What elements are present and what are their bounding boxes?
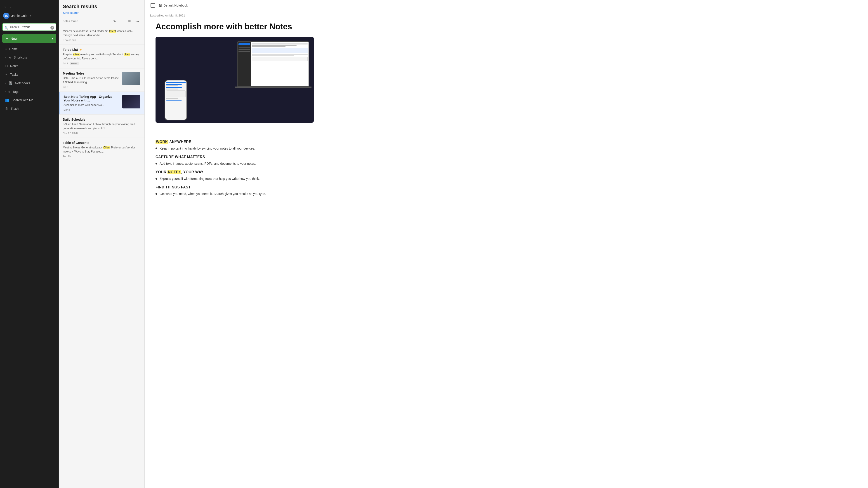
notebook-icon-button[interactable] [150,3,156,8]
chevron-down-icon: ▾ [30,14,31,18]
avatar: JG [3,13,9,19]
sidebar-item-tasks-label: Tasks [10,73,18,76]
note-meta: Nov 17, 2020 [63,132,141,134]
star-icon: ★ [79,48,82,52]
note-item-1[interactable]: Micah's new address is 314 Cedar St. Cli… [59,26,145,45]
sort-button[interactable]: ⇅ [112,18,117,24]
sidebar-item-notes-label: Notes [10,64,19,68]
bullet-dot [156,178,157,180]
sidebar-item-home-label: Home [9,47,18,51]
note-item-header: Table of Contents [63,141,141,144]
note-meta: Mar 8 [64,108,120,111]
section-work-anywhere: WORK ANYWHERE Keep important info handy … [156,140,857,151]
shortcuts-icon: ★ [8,55,11,59]
note-preview: Prep for client meeting and walk-through… [63,53,141,61]
sidebar-item-notebooks[interactable]: › 📓 Notebooks [1,79,57,87]
notebooks-expand-icon: › [5,82,6,85]
note-with-image: Best Note Taking App - Organize Your Not… [64,95,141,111]
section-heading: FIND THINGS FAST [156,185,857,189]
notes-icon: ☐ [5,64,8,68]
sidebar-item-shortcuts[interactable]: › ★ Shortcuts [1,53,57,61]
note-content-body: Accomplish more with better Notes [145,17,348,134]
shared-icon: 👥 [5,98,9,102]
sidebar-item-shortcuts-label: Shortcuts [13,56,27,59]
section-your-way: YOUR NOTEs, YOUR WAY Express yourself wi… [156,170,857,181]
sidebar: ‹ › JG Jamie Gold ▾ 🔍 ✕ ＋ New ▾ ⌂ Home ›… [0,0,59,488]
note-item-todo[interactable]: To-do List ★ Prep for client meeting and… [59,45,145,68]
tags-icon: # [8,90,10,94]
tasks-icon: ✓ [5,72,8,76]
note-with-image: Meeting Notes Date/Time 4-19 / 11:00 am … [63,72,141,88]
search-input[interactable] [2,23,56,31]
search-container: 🔍 ✕ [0,22,59,33]
sidebar-item-notebooks-label: Notebooks [15,81,30,85]
sidebar-item-trash[interactable]: 🗑 Trash [1,105,57,112]
section-heading: YOUR NOTEs, YOUR WAY [156,170,857,174]
sidebar-item-shared[interactable]: 👥 Shared with Me [1,96,57,104]
note-content-panel: 📓 Default Notebook Last edited on Mar 8,… [145,0,868,488]
bullet-dot [156,193,157,195]
bullet-dot [156,163,157,164]
section-heading: CAPTURE WHAT MATTERS [156,155,857,159]
more-options-button[interactable]: ••• [134,18,141,24]
user-row[interactable]: JG Jamie Gold ▾ [0,11,59,22]
save-search-link[interactable]: Save search [63,11,79,14]
results-count: notes found [63,20,110,23]
trash-icon: 🗑 [5,107,8,110]
note-item-daily[interactable]: Daily Schedule 8-9 am Lead Generation Fo… [59,115,145,138]
tags-expand-icon: › [5,90,6,93]
note-date: Feb 19 [63,155,70,158]
note-item-toc[interactable]: Table of Contents Meeting Notes Generati… [59,138,145,161]
note-item-header: Meeting Notes [63,72,120,75]
note-title: Daily Schedule [63,118,86,121]
note-preview: Accomplish more with better No... [64,103,120,107]
sidebar-item-home[interactable]: ⌂ Home [1,45,57,53]
new-button-label: New [11,37,18,40]
sidebar-item-trash-label: Trash [11,107,19,110]
sidebar-item-tags-label: Tags [13,90,20,94]
note-title: Table of Contents [63,141,89,144]
sidebar-item-shared-label: Shared with Me [11,98,33,102]
filter-button[interactable]: ⊟ [119,18,125,24]
results-toolbar: notes found ⇅ ⊟ ⊞ ••• [59,16,145,26]
note-hero-image [156,37,314,123]
search-clear-button[interactable]: ✕ [51,26,54,30]
search-results-title: Search results [63,4,141,9]
note-item-meeting[interactable]: Meeting Notes Date/Time 4-19 / 11:00 am … [59,68,145,92]
sidebar-item-notes[interactable]: ☐ Notes [1,62,57,70]
svg-rect-0 [151,3,155,7]
bullet-item: Keep important info handy by syncing you… [156,146,857,151]
notebooks-icon: 📓 [8,81,13,85]
search-results-header: Search results Save search [59,0,145,16]
note-item-header: Best Note Taking App - Organize Your Not… [64,95,120,102]
bullet-dot [156,148,157,149]
note-item-best-app[interactable]: Best Note Taking App - Organize Your Not… [59,92,145,115]
note-meta: Jul 7 event [63,62,141,65]
note-date: Nov 17, 2020 [63,132,78,134]
note-title: Best Note Taking App - Organize Your Not… [64,95,120,102]
home-icon: ⌂ [5,47,7,51]
laptop-mockup [237,41,309,91]
new-button[interactable]: ＋ New ▾ [2,34,56,43]
bullet-text: Get what you need, when you need it. Sea… [160,192,266,196]
sidebar-item-tasks[interactable]: ✓ Tasks [1,70,57,78]
nav-back-button[interactable]: ‹ [3,4,7,9]
new-button-chevron-icon: ▾ [52,37,53,40]
view-toggle-button[interactable]: ⊞ [127,18,132,24]
note-meta: Feb 19 [63,155,141,158]
note-meta: 6 hours ago [63,39,141,41]
note-item-header: Daily Schedule [63,118,141,121]
nav-arrows: ‹ › [0,3,59,11]
back-icon [150,3,156,8]
search-icon: 🔍 [4,26,8,29]
sidebar-item-tags[interactable]: › # Tags [1,88,57,96]
search-results-panel: Search results Save search notes found ⇅… [59,0,145,488]
note-preview: 8-9 am Lead Generation Follow through on… [63,122,141,130]
note-body-sections: WORK ANYWHERE Keep important info handy … [145,134,868,206]
bullet-item: Add text, images, audio, scans, PDFs, an… [156,161,857,166]
nav-forward-button[interactable]: › [9,4,13,9]
user-name: Jamie Gold [11,14,27,18]
bullet-text: Express yourself with formatting tools t… [160,176,260,181]
bullet-item: Express yourself with formatting tools t… [156,176,857,181]
bullet-item: Get what you need, when you need it. Sea… [156,192,857,196]
